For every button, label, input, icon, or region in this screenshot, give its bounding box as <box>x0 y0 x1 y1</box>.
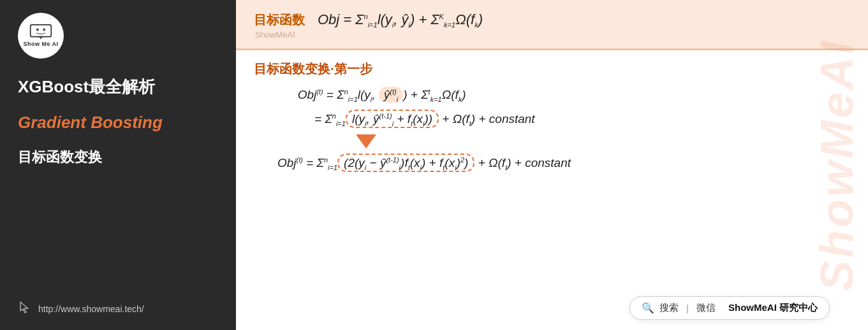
logo-area: Show Me AI <box>18 13 64 59</box>
formula-row-1: Obj(t) = Σni=1l(yi, ŷ(t)i) + Σtk=1Ω(fk) <box>254 85 466 105</box>
cursor-icon <box>18 301 32 317</box>
search-divider: | <box>686 303 689 313</box>
formula-row-3-text: Obj(t) = Σni=1(2(yi − ŷ(t-1)i)ft(xi) + f… <box>254 154 571 173</box>
monitor-icon <box>29 24 52 39</box>
search-bar[interactable]: 🔍 搜索 | 微信 ShowMeAI 研究中心 <box>629 296 830 320</box>
formulas-block: Obj(t) = Σni=1l(yi, ŷ(t)i) + Σtk=1Ω(fk) … <box>254 85 850 173</box>
formula-top-section: 目标函数 Obj = Σni=1l(yi, ŷi) + ΣKk=1Ω(fk) S… <box>236 0 868 50</box>
top-watermark-sub: ShowMeAI <box>254 30 850 39</box>
sidebar-section: 目标函数变换 <box>18 148 102 167</box>
formula-top-inner: 目标函数 Obj = Σni=1l(yi, ŷi) + ΣKk=1Ω(fk) <box>254 11 850 29</box>
formula-row-2: = Σni=1l(yi, ŷ(t-1)i + ft(xi)) + Ω(ft) +… <box>254 110 535 129</box>
svg-point-4 <box>43 28 45 31</box>
sidebar: Show Me AI XGBoost最全解析 Gradient Boosting… <box>0 0 236 330</box>
logo-circle: Show Me AI <box>18 13 64 59</box>
search-label: 搜索 <box>659 302 679 314</box>
sidebar-subtitle: Gradient Boosting <box>18 112 163 134</box>
arrow-down-container <box>356 134 376 148</box>
formula-row-1-text: Obj(t) = Σni=1l(yi, ŷ(t)i) + Σtk=1Ω(fk) <box>254 85 466 105</box>
formula-row-3: Obj(t) = Σni=1(2(yi − ŷ(t-1)i)ft(xi) + f… <box>254 154 571 173</box>
step-title: 目标函数变换·第一步 <box>254 61 850 78</box>
search-wechat-label: 微信 <box>696 302 716 314</box>
formula-row-2-text: = Σni=1l(yi, ŷ(t-1)i + ft(xi)) + Ω(ft) +… <box>254 110 535 129</box>
logo-label: Show Me AI <box>23 41 58 47</box>
sidebar-link[interactable]: http://www.showmeai.tech/ <box>38 304 144 314</box>
sidebar-title: XGBoost最全解析 <box>18 76 155 98</box>
objective-formula: Obj = Σni=1l(yi, ŷi) + ΣKk=1Ω(fk) <box>318 11 483 29</box>
sidebar-link-area: http://www.showmeai.tech/ <box>18 301 144 317</box>
objective-label: 目标函数 <box>254 11 305 29</box>
search-icon: 🔍 <box>642 302 654 314</box>
arrow-down-icon <box>356 134 376 148</box>
formula-bottom-section: 目标函数变换·第一步 Obj(t) = Σni=1l(yi, ŷ(t)i) + … <box>236 50 868 330</box>
svg-rect-0 <box>31 25 52 37</box>
main-content: ShowMeAI 目标函数 Obj = Σni=1l(yi, ŷi) + ΣKk… <box>236 0 868 330</box>
search-brand: ShowMeAI 研究中心 <box>728 302 818 314</box>
svg-point-3 <box>36 28 39 31</box>
